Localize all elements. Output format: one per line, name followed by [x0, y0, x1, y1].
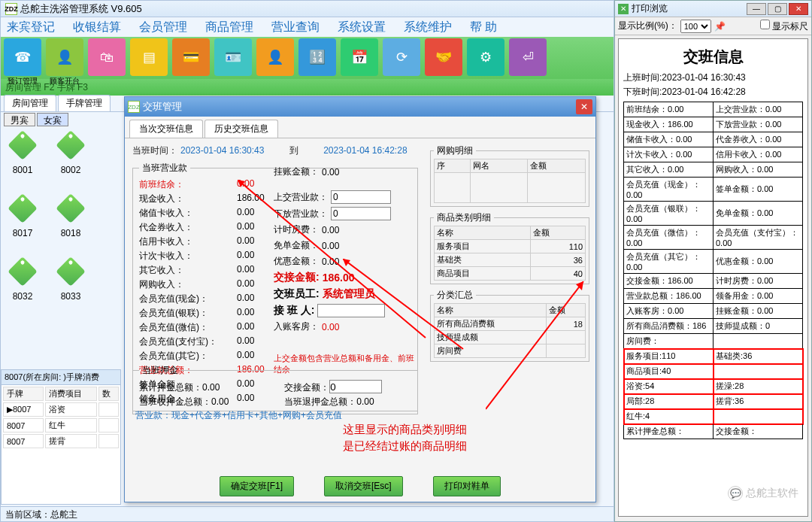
table-row[interactable]: 房间费: [435, 344, 586, 358]
shift-employee: 系统管理员: [323, 287, 375, 301]
tag-icon: [56, 130, 86, 160]
toolbar-btn-7[interactable]: 👤: [256, 38, 294, 76]
formula-text: 营业款：现金+代金券+信用卡+其他+网购+会员充值: [135, 409, 342, 422]
toolbar-reservation[interactable]: ☎预订管理: [4, 38, 41, 76]
tag-item[interactable]: 8033: [52, 261, 89, 302]
menu-cashier[interactable]: 收银结算: [73, 20, 121, 35]
cancel-shift-button[interactable]: 取消交班[Esc]: [324, 476, 403, 496]
toolbar-btn-4[interactable]: ▤: [130, 38, 168, 76]
preview-cell: 会员充值（银联）：0.00: [624, 202, 714, 226]
tab-history-shift[interactable]: 历史交班信息: [205, 120, 278, 138]
kv-row: 前班结余：0.00: [139, 178, 267, 192]
menu-system-settings[interactable]: 系统设置: [338, 20, 386, 35]
print-shoe-button[interactable]: 打印对鞋单: [433, 476, 501, 496]
toolbar-btn-6[interactable]: 🪪: [214, 38, 252, 76]
handover-amount: 186.00: [323, 272, 355, 284]
handover-up-input[interactable]: [331, 190, 391, 204]
tab-male[interactable]: 男宾: [4, 113, 35, 126]
pin-icon[interactable]: 📌: [714, 21, 726, 32]
toolbar-open-table[interactable]: 👤顾客开台: [46, 38, 83, 76]
table-row[interactable]: 8007红牛: [3, 418, 119, 432]
menu-member[interactable]: 会员管理: [139, 20, 187, 35]
preview-cell: 搓澡:28: [714, 379, 803, 394]
preview-cell: 局部:28: [624, 394, 714, 409]
tag-item[interactable]: 8032: [4, 261, 41, 302]
kv-row: 现金收入：186.00: [139, 192, 267, 206]
preview-cell: 代金券收入：0.00: [714, 132, 803, 147]
kv-row: 会员充值(其它)：0.00: [139, 349, 267, 363]
toolbar-btn-5[interactable]: 💳: [172, 38, 210, 76]
preview-toolbar: 显示比例(%)： 100 📌 显示标尺: [615, 17, 811, 35]
chart-icon: ▤: [138, 47, 159, 68]
preview-cell: 其它收入：0.00: [624, 162, 714, 178]
toolbar-btn-9[interactable]: 📅: [341, 38, 378, 76]
dialog-body: 当班时间：2023-01-04 16:30:43 到 2023-01-04 16…: [125, 138, 595, 504]
table-row[interactable]: 技师提成额: [435, 331, 586, 344]
category-summary: 分类汇总 名称金额 所有商品消费额18 技师提成额 房间费: [430, 289, 589, 362]
calculator-icon: 🔢: [307, 47, 328, 68]
user-icon: 👤: [265, 47, 286, 68]
tag-item[interactable]: 8018: [52, 198, 89, 238]
tab-current-shift[interactable]: 当次交班信息: [129, 120, 203, 138]
preview-cell: 交接金额：: [714, 424, 803, 439]
menu-system-maint[interactable]: 系统维护: [404, 20, 452, 35]
close-button[interactable]: ✕: [789, 3, 808, 15]
kv-row: 储值卡收入：0.00: [139, 206, 267, 220]
kv-row: 其它收入：0.00: [139, 263, 267, 278]
tab-room-manage[interactable]: 房间管理: [4, 95, 56, 111]
show-ruler-checkbox[interactable]: [760, 20, 770, 29]
deposit-group: 当班押金 累计押金总额：0.00 交接金额： 当班收押金总额：0.00 当班退押…: [132, 364, 418, 414]
gear-icon: ⚙: [475, 47, 496, 68]
table-row[interactable]: 服务项目110: [435, 240, 586, 253]
tag-item[interactable]: 8002: [52, 135, 89, 175]
preview-heading: 交班信息: [623, 47, 803, 67]
scale-select[interactable]: 100: [680, 20, 711, 33]
deposit-handover-input[interactable]: [329, 380, 382, 393]
tag-item[interactable]: 8017: [4, 198, 41, 238]
dialog-close-button[interactable]: ✕: [576, 99, 592, 114]
consumption-table: 手牌消费项目数 ▶8007浴资 8007红牛 8007搓背: [2, 385, 120, 450]
kv-row: 会员充值(支付宝)：0.00: [139, 335, 267, 349]
preview-cell: 基础类:36: [714, 349, 803, 364]
preview-cell: 计时房费：0.00: [714, 274, 803, 289]
menu-product[interactable]: 商品管理: [205, 20, 253, 35]
preview-page[interactable]: 交班信息 上班时间:2023-01-04 16:30:43 下班时间:2023-…: [618, 38, 808, 517]
scale-label: 显示比例(%)：: [618, 20, 677, 32]
toolbar-btn-8[interactable]: 🔢: [298, 38, 336, 76]
tag-item[interactable]: 8001: [4, 135, 41, 175]
menu-business-query[interactable]: 营业查询: [271, 20, 320, 35]
calendar-icon: 📅: [349, 47, 370, 68]
table-row[interactable]: ▶8007浴资: [3, 402, 119, 417]
toolbar-btn-12[interactable]: ⚙: [467, 38, 504, 76]
table-row[interactable]: 商品项目40: [435, 267, 586, 281]
table-row[interactable]: 所有商品消费额18: [435, 317, 586, 331]
wallet-icon: 💳: [180, 47, 201, 68]
toolbar-btn-13[interactable]: ⏎: [509, 38, 547, 76]
dialog-titlebar[interactable]: ZDZ交班管理 ✕: [125, 97, 595, 117]
minimize-button[interactable]: —: [747, 3, 766, 15]
toolbar-btn-10[interactable]: ⟳: [383, 38, 420, 76]
table-row[interactable]: 8007搓背: [3, 434, 119, 448]
toolbar-btn-3[interactable]: 🛍: [88, 38, 126, 76]
preview-titlebar[interactable]: ✕打印浏览 — ▢ ✕: [615, 1, 811, 17]
kv-row: 会员充值(现金)：0.00: [139, 292, 267, 306]
menu-guest-checkin[interactable]: 来宾登记: [7, 20, 55, 35]
preview-cell: 技师提成额：0: [714, 319, 803, 334]
kv-row: 代金券收入：0.00: [139, 220, 267, 235]
table-row[interactable]: 基础类36: [435, 253, 586, 267]
maximize-button[interactable]: ▢: [768, 3, 787, 15]
toolbar-btn-11[interactable]: 🤝: [425, 38, 462, 76]
preview-cell: 浴资:54: [624, 379, 714, 394]
handover-down-input[interactable]: [331, 207, 391, 220]
confirm-shift-button[interactable]: 确定交班[F1]: [220, 476, 294, 496]
consumption-panel: 8007(所在房间: )手牌消费 手牌消费项目数 ▶8007浴资 8007红牛 …: [1, 369, 121, 505]
preview-cell: [714, 364, 803, 379]
menu-help[interactable]: 帮 助: [470, 20, 497, 35]
preview-cell: 网购收入：0.00: [714, 162, 803, 178]
tab-tag-manage[interactable]: 手牌管理: [58, 95, 111, 111]
preview-cell: 服务项目:110: [624, 349, 714, 364]
successor-input[interactable]: [317, 304, 385, 317]
tab-female[interactable]: 女宾: [37, 113, 68, 126]
preview-cell: 累计押金总额：: [624, 424, 714, 439]
preview-cell: 前班结余：0.00: [624, 102, 714, 117]
